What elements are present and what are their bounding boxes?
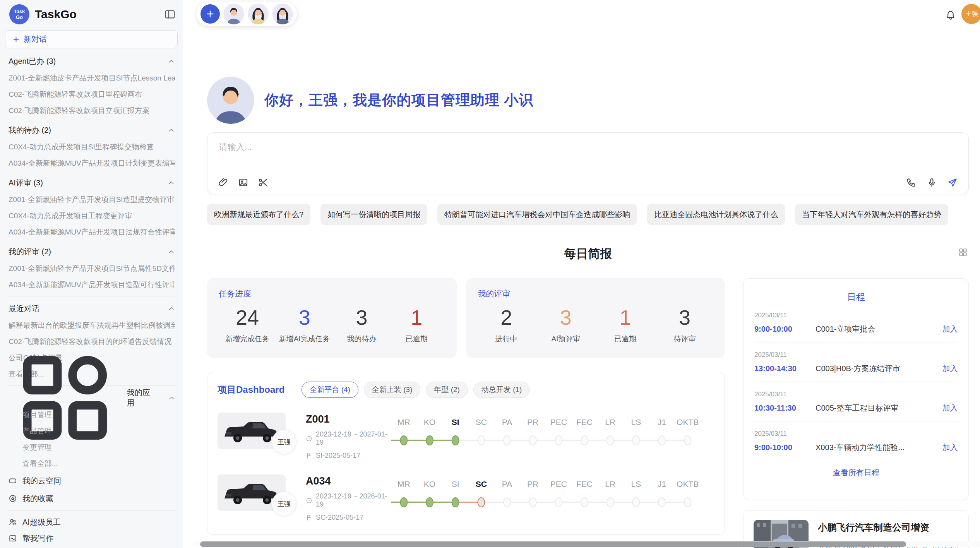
briefing-header: 每日简报 <box>207 246 969 262</box>
microphone-icon[interactable] <box>927 177 937 188</box>
section-title: 最近对话 <box>9 303 39 314</box>
join-meeting-link[interactable]: 加入 <box>942 403 958 413</box>
project-owner-badge: 王强 <box>272 430 296 454</box>
horizontal-scrollbar-thumb[interactable] <box>200 541 906 547</box>
sidebar-task-item[interactable]: Z001-全新燃油轻卡产品开发项目SI节点属性5D文件评审 <box>9 260 175 277</box>
star-circle-icon <box>9 494 17 503</box>
project-row-A034[interactable]: 王强 A034 2023-12-19 ~ 2026-01-19 SC-2025-… <box>218 474 714 522</box>
sidebar-task-item[interactable]: Z001-全新燃油皮卡产品开发项目SI节点Lesson Learn报告 <box>9 70 175 86</box>
stat: 2 进行中 <box>483 305 529 344</box>
recent-conversation-item[interactable]: 解释最新出台的欧盟报废车法规再生塑料比例被调至15%... <box>9 317 175 334</box>
join-meeting-link[interactable]: 加入 <box>942 324 958 334</box>
sidebar-section-header-1[interactable]: 我的待办 (2) <box>9 121 175 139</box>
dashboard-tabs: 全新平台 (4)全新上装 (3)年型 (2)动总开发 (1) <box>302 382 530 398</box>
sidebar-task-item[interactable]: C02-飞腾新能源轻客改款项目立项汇报方案 <box>9 103 175 119</box>
schedule-event-title: C005-整车工程目标评审 <box>816 403 942 413</box>
stat-value: 2 <box>483 305 529 329</box>
stat-card-1: 我的评审 2 进行中 3 AI预评审 1 已逾期 3 待评审 <box>466 278 725 358</box>
new-chat-button[interactable]: 新对话 <box>5 30 178 48</box>
project-milestone-date: SI-2025-05-17 <box>306 452 389 460</box>
taskgo-logo: Task Go <box>9 4 29 24</box>
greeting-text: 你好，王强，我是你的项目管理助理 小识 <box>264 91 533 110</box>
write-image-icon <box>9 534 17 543</box>
suggestion-chip[interactable]: 欧洲新规最近颁布了什么? <box>207 204 310 225</box>
dashboard-tab[interactable]: 年型 (2) <box>426 382 468 398</box>
scissors-icon[interactable] <box>258 177 268 188</box>
image-attach-icon[interactable] <box>238 177 248 188</box>
milestone-track: MRKOSISCPAPRPECFECLRLSJ1OKTB <box>391 415 714 452</box>
user-avatar[interactable]: 王强 <box>961 4 980 24</box>
sidebar-section-header-3[interactable]: 我的评审 (2) <box>9 243 175 260</box>
my-apps-header[interactable]: 我的应用 <box>9 389 175 407</box>
project-dates: 2023-12-19 ~ 2027-01-19 <box>306 430 389 447</box>
sidebar-link-我的收藏[interactable]: 我的收藏 <box>9 490 175 507</box>
stat-value: 1 <box>602 305 648 329</box>
svg-text:PA: PA <box>502 480 512 488</box>
suggestion-chip[interactable]: 当下年轻人对汽车外观有怎样的喜好趋势 <box>795 204 948 225</box>
join-meeting-link[interactable]: 加入 <box>942 363 958 374</box>
dashboard-tab[interactable]: 全新平台 (4) <box>302 382 358 398</box>
my-apps-label: 我的应用 <box>127 387 157 408</box>
logo-line2: Go <box>16 14 23 20</box>
layout-grid-icon[interactable] <box>958 247 968 257</box>
schedule-time: 9:00-10:00 <box>754 443 816 452</box>
teammate-avatar-1[interactable] <box>223 3 244 24</box>
svg-text:SI: SI <box>452 480 459 488</box>
dashboard-tab[interactable]: 动总开发 (1) <box>473 382 530 398</box>
chat-input[interactable] <box>219 142 773 152</box>
phone-call-icon[interactable] <box>906 177 917 188</box>
sidebar-task-item[interactable]: C0X4-动力总成开发项目工程变更评审 <box>9 208 175 224</box>
right-column: 日程 2025/03/11 9:00-10:00 C001-立项审批会 加入 2… <box>743 278 969 548</box>
stat-value: 1 <box>393 305 440 329</box>
svg-text:J1: J1 <box>658 480 666 488</box>
sidebar-tool-创意制图[interactable]: 创意制图 <box>9 546 175 548</box>
project-info: Z001 2023-12-19 ~ 2027-01-19 SI-2025-05-… <box>306 413 389 460</box>
sidebar-task-item[interactable]: C02-飞腾新能源轻客改款项目里程碑画布 <box>9 86 175 103</box>
section-title: 我的待办 (2) <box>9 125 51 135</box>
stat-label: 已逾期 <box>602 334 648 344</box>
sidebar-link-我的云空间[interactable]: 我的云空间 <box>9 472 175 490</box>
sidebar-tool-AI超级员工[interactable]: AI超级员工 <box>9 514 175 530</box>
news-title: 小鹏飞行汽车制造公司增资 <box>818 521 958 534</box>
paperclip-icon[interactable] <box>218 177 229 188</box>
project-row-Z001[interactable]: 王强 Z001 2023-12-19 ~ 2027-01-19 SI-2025-… <box>218 413 714 460</box>
svg-text:FEC: FEC <box>576 480 593 488</box>
view-all-schedule-link[interactable]: 查看所有日程 <box>754 468 958 478</box>
schedule-time: 10:30-11:30 <box>754 404 816 413</box>
sidebar-task-item[interactable]: A034-全新新能源MUV产品开发项目法规符合性评审 <box>9 224 175 240</box>
stat-label: 新增AI完成任务 <box>279 334 330 344</box>
collapse-sidebar-icon[interactable] <box>164 9 176 20</box>
send-icon[interactable] <box>947 177 958 188</box>
schedule-date: 2025/03/11 <box>754 351 958 359</box>
stat: 3 我的待办 <box>339 305 385 344</box>
teammate-avatar-3[interactable] <box>272 3 293 24</box>
sidebar-task-item[interactable]: Z001-全新燃油轻卡产品开发项目SI造型提交物评审 <box>9 192 175 208</box>
sidebar-section-header-2[interactable]: AI评审 (3) <box>9 174 175 192</box>
sidebar-task-item[interactable]: A034-全新新能源MUV产品开发项目造型可行性评审 <box>9 277 175 293</box>
stat-label: 待评审 <box>661 334 708 344</box>
add-conversation-button[interactable] <box>200 4 220 24</box>
clock-icon <box>306 497 312 504</box>
project-code: A034 <box>306 475 389 487</box>
sidebar-tool-帮我写作[interactable]: 帮我写作 <box>9 530 175 546</box>
teammate-avatar-2[interactable] <box>248 3 269 24</box>
svg-text:OKTB: OKTB <box>677 480 699 488</box>
sidebar-section-header-0[interactable]: Agent已办 (3) <box>9 52 175 70</box>
suggestion-chip[interactable]: 特朗普可能对进口汽车增税会对中国车企造成哪些影响 <box>437 204 637 225</box>
svg-text:SI: SI <box>452 418 459 426</box>
sidebar-task-item[interactable]: C0X4-动力总成开发项目SI里程碑提交物检查 <box>9 139 175 155</box>
sidebar-recent-header[interactable]: 最近对话 <box>9 300 175 317</box>
notification-bell-icon[interactable] <box>945 9 956 20</box>
stat-value: 3 <box>661 305 708 329</box>
svg-text:SC: SC <box>476 418 487 426</box>
app-link[interactable]: 查看全部... <box>9 456 175 472</box>
suggestion-chip[interactable]: 比亚迪全固态电池计划具体说了什么 <box>647 204 785 225</box>
app-window: Task Go TaskGo 新对话 Agent已办 (3)Z001-全新燃油皮… <box>0 0 980 548</box>
sidebar-task-item[interactable]: A034-全新新能源MUV产品开发项目计划变更表编写 <box>9 155 175 171</box>
dashboard-tab[interactable]: 全新上装 (3) <box>364 382 421 398</box>
link-label: 我的云空间 <box>22 476 61 486</box>
svg-text:KO: KO <box>424 418 435 426</box>
stat-label: AI预评审 <box>543 334 589 344</box>
suggestion-chip[interactable]: 如何写一份清晰的项目周报 <box>320 204 427 225</box>
join-meeting-link[interactable]: 加入 <box>942 442 958 453</box>
